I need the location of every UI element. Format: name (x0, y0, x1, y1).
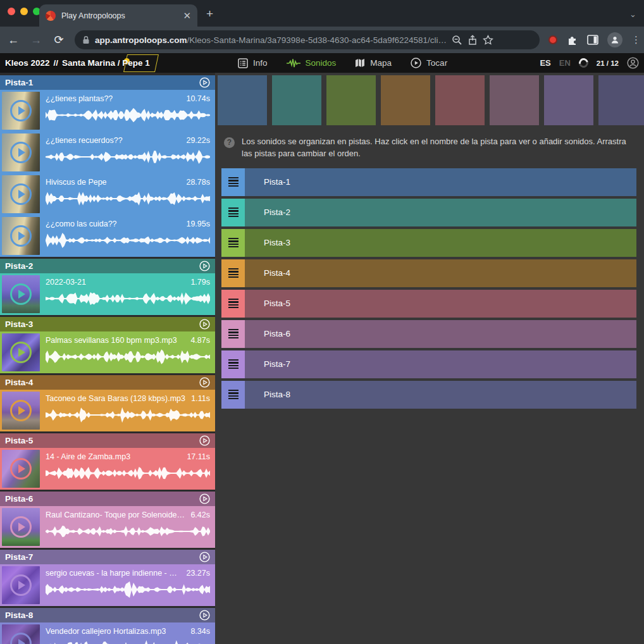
clip-waveform[interactable] (46, 347, 210, 366)
audio-clip[interactable]: 2022-03-211.79s (0, 273, 215, 315)
track-row[interactable]: Pista-6 (221, 320, 636, 348)
drag-handle[interactable] (221, 168, 245, 196)
track-row[interactable]: Pista-2 (221, 199, 636, 226)
track-play-icon[interactable] (199, 610, 210, 621)
track-color-swatch[interactable] (490, 75, 539, 125)
track-color-swatch[interactable] (272, 75, 321, 125)
track-play-icon[interactable] (199, 77, 210, 88)
sidebar-track-header[interactable]: Pista-7 (0, 550, 215, 564)
browser-profile-avatar[interactable] (607, 32, 622, 47)
clip-waveform[interactable] (46, 147, 210, 166)
tab-search-chevron-icon[interactable]: ⌄ (629, 9, 636, 19)
clip-waveform[interactable] (46, 106, 210, 125)
sidebar-track-header[interactable]: Pista-1 (0, 75, 215, 90)
audio-clip[interactable]: ¿¿tienes plantas??10.74s (0, 90, 215, 132)
audio-clip[interactable]: Palmas sevillanas 160 bpm mp3.mp34.87s (0, 331, 215, 373)
audio-clip[interactable]: 14 - Aire de Zamba.mp317.11s (0, 448, 215, 490)
nav-tab-tocar[interactable]: Tocar (411, 58, 447, 68)
track-row-body[interactable]: Pista-5 (245, 290, 636, 318)
track-row-body[interactable]: Pista-8 (245, 381, 636, 409)
track-row-body[interactable]: Pista-1 (245, 168, 636, 196)
clip-waveform[interactable] (46, 580, 210, 599)
sidebar-track-header[interactable]: Pista-6 (0, 492, 215, 506)
track-color-swatch[interactable] (435, 75, 485, 125)
clip-thumbnail[interactable] (2, 333, 40, 371)
lang-toggle-es[interactable]: ES (540, 58, 550, 68)
sidebar-track-name[interactable]: Pista-2 (5, 261, 199, 271)
audio-clip[interactable]: sergio cuevas - la harpe indienne - 03 -… (0, 564, 215, 606)
audio-clip[interactable]: ¿¿tienes recuerdos??29.22s (0, 132, 215, 173)
sidebar-track-header[interactable]: Pista-4 (0, 375, 215, 390)
sidebar-track-header[interactable]: Pista-8 (0, 608, 215, 622)
audio-clip[interactable]: Hiviscus de Pepe28.78s (0, 173, 215, 215)
track-play-icon[interactable] (199, 552, 210, 562)
address-bar[interactable]: app.antropoloops.com/Kleos-Santa-Marina/… (75, 30, 540, 49)
sidebar-track-name[interactable]: Pista-1 (5, 78, 199, 87)
sidebar-track-name[interactable]: Pista-7 (5, 552, 199, 562)
track-row[interactable]: Pista-4 (221, 259, 636, 287)
help-question-icon[interactable]: ? (224, 137, 235, 148)
clip-thumbnail[interactable] (2, 624, 40, 644)
clip-waveform[interactable] (46, 464, 210, 483)
drag-handle[interactable] (221, 199, 245, 226)
track-row[interactable]: Pista-5 (221, 290, 636, 318)
extensions-puzzle-icon[interactable] (566, 34, 578, 46)
track-color-swatch[interactable] (381, 75, 430, 125)
track-color-swatch[interactable] (218, 75, 267, 125)
drag-handle[interactable] (221, 290, 245, 318)
window-close-button[interactable] (8, 8, 15, 15)
drag-handle[interactable] (221, 259, 245, 287)
back-button[interactable]: ← (6, 34, 20, 47)
account-icon[interactable] (627, 57, 639, 69)
nav-tab-mapa[interactable]: Mapa (355, 58, 392, 68)
clip-waveform[interactable] (46, 406, 210, 424)
sidebar-track-name[interactable]: Pista-5 (5, 436, 199, 445)
track-row-body[interactable]: Pista-3 (245, 229, 636, 257)
track-color-swatch[interactable] (544, 75, 593, 125)
audio-clip[interactable]: Vendedor callejero Hortalizas.mp38.34s (0, 622, 215, 644)
track-play-icon[interactable] (199, 493, 210, 504)
lang-toggle-en[interactable]: EN (559, 58, 571, 68)
sidebar-track-name[interactable]: Pista-8 (5, 610, 199, 620)
sidebar-track-name[interactable]: Pista-4 (5, 378, 199, 387)
track-play-icon[interactable] (199, 319, 210, 330)
zoom-icon[interactable] (452, 35, 462, 46)
clip-waveform[interactable] (46, 231, 210, 250)
clip-thumbnail[interactable] (2, 566, 40, 604)
drag-handle[interactable] (221, 229, 245, 257)
audio-clip[interactable]: Raul Cantizano- Toque por Solenoide.mp36… (0, 506, 215, 548)
clip-thumbnail[interactable] (2, 175, 40, 213)
sidebar-track-header[interactable]: Pista-5 (0, 433, 215, 448)
track-color-swatch[interactable] (326, 75, 376, 125)
track-row[interactable]: Pista-8 (221, 381, 636, 409)
clip-waveform[interactable] (46, 289, 210, 308)
browser-menu-kebab-icon[interactable]: ⋮ (631, 34, 638, 46)
sidebar-track-name[interactable]: Pista-3 (5, 319, 199, 329)
clip-waveform[interactable] (46, 522, 210, 541)
sidebar-track-header[interactable]: Pista-3 (0, 317, 215, 331)
clip-thumbnail[interactable] (2, 508, 40, 546)
reload-button[interactable]: ⟳ (52, 33, 66, 47)
track-row-body[interactable]: Pista-4 (245, 259, 636, 287)
tab-close-icon[interactable]: ✕ (183, 11, 191, 20)
track-row[interactable]: Pista-7 (221, 350, 636, 378)
breadcrumb-project[interactable]: Kleos 2022 (5, 58, 50, 68)
nav-tab-sonidos[interactable]: Sonidos (287, 58, 337, 68)
nav-tab-info[interactable]: Info (238, 58, 268, 68)
side-panel-icon[interactable] (587, 35, 598, 45)
clip-waveform[interactable] (46, 189, 210, 208)
drag-handle[interactable] (221, 350, 245, 378)
share-icon[interactable] (468, 35, 478, 46)
track-play-icon[interactable] (199, 435, 210, 446)
track-play-icon[interactable] (199, 377, 210, 388)
audio-clip[interactable]: Taconeo de Sara Baras (128 kbps).mp31.11… (0, 390, 215, 431)
browser-tab[interactable]: Play Antropoloops ✕ (39, 4, 197, 27)
bookmark-star-icon[interactable] (483, 35, 493, 46)
track-row-body[interactable]: Pista-7 (245, 350, 636, 378)
track-row-body[interactable]: Pista-2 (245, 199, 636, 226)
new-tab-button[interactable]: + (206, 8, 213, 19)
record-extension-icon[interactable] (548, 35, 557, 44)
drag-handle[interactable] (221, 381, 245, 409)
track-row[interactable]: Pista-1 (221, 168, 636, 196)
track-color-swatch[interactable] (598, 75, 644, 125)
